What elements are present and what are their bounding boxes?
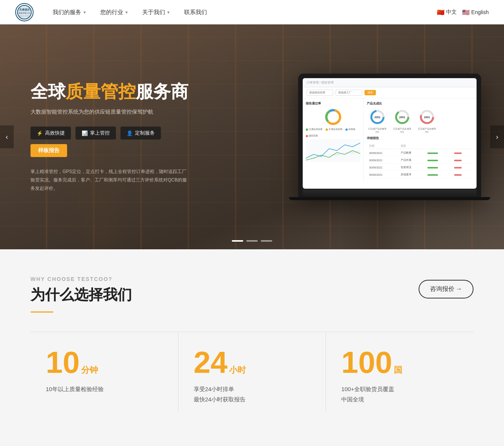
stat-item-24: 24 小时 享受24小时排单最快24小时获取报告 <box>178 332 326 412</box>
svg-text:模板有限公司: 模板有限公司 <box>19 12 30 14</box>
nav-links: 我们的服务 ▼ 您的行业 ▼ 关于我们 ▼ 联系我们 <box>53 7 437 18</box>
hero-subtitle: 大数据智能管控系统为您的供应链质量管控保驾护航 <box>30 107 191 116</box>
table-row: 30/09/2021 其他要求 <box>368 172 473 178</box>
wrench-icon: 👤 <box>127 130 133 136</box>
chevron-down-icon: ▼ <box>167 10 170 14</box>
carousel-dots <box>232 240 272 242</box>
stat-desc-100: 100+全职验货员覆盖中国全境 <box>341 384 458 404</box>
why-underline <box>30 311 53 313</box>
dashboard-laptop: 订单管理 / 报告管理 请选择供应商 请选择工厂 搜索 报告通过率 <box>298 74 481 200</box>
hero-description: 掌上精准管控，GPS定位，定点打卡，线上全程管控订单进程，随时追踪工厂验货实况。… <box>30 168 191 193</box>
product-compare-title: 产品兑成比 <box>367 101 474 106</box>
hero-features: ⚡ 高效快捷 📊 掌上管控 👤 定制服务 样板报告 <box>30 127 191 157</box>
dash-right-panel: 产品兑成比 2301 已完成产品合格率(%) <box>364 98 477 182</box>
stat-item-100: 100 国 100+全职验货员覆盖中国全境 <box>326 332 474 412</box>
line-chart <box>306 139 360 162</box>
laptop-screen: 订单管理 / 报告管理 请选择供应商 请选择工厂 搜索 报告通过率 <box>303 78 477 189</box>
donut-3: 2301 已完成产品合格率(%) <box>416 108 437 133</box>
stats-row: 10 分钟 10年以上质量检验经验 24 小时 享受24小时排单最快24小时获取… <box>30 332 474 412</box>
nav-item-industry[interactable]: 您的行业 ▼ <box>100 7 128 18</box>
pass-rate-title: 报告通过率 <box>306 101 360 106</box>
why-header: WHY CHOOSE TESTCOO? 为什么选择我们 咨询报价 → <box>30 276 474 313</box>
lang-zh-button[interactable]: 🇨🇳 中文 <box>437 9 457 16</box>
nav-item-contact[interactable]: 联系我们 <box>184 7 207 18</box>
chart-icon: 📊 <box>82 130 88 136</box>
stat-number-100: 100 国 <box>341 347 458 378</box>
feature-fast-button[interactable]: ⚡ 高效快捷 <box>30 127 71 140</box>
hero-content: 全球质量管控服务商 大数据智能管控系统为您的供应链质量管控保驾护航 ⚡ 高效快捷… <box>0 81 221 193</box>
legend-item-1: 已满足供应商 <box>306 128 323 131</box>
svg-text:2301: 2301 <box>424 116 430 119</box>
legend-item-2: 不满足供应商 <box>326 128 342 131</box>
laptop-bottom <box>289 197 490 200</box>
detail-report-title: 详细报告 <box>367 136 474 140</box>
donut-1: 2301 已完成产品合格率(%) <box>367 108 388 133</box>
stat-number-10: 10 分钟 <box>46 347 163 378</box>
table-row: 30/09/2021 产品数量 <box>368 150 473 156</box>
factory-select[interactable]: 请选择工厂 <box>335 90 362 96</box>
stat-desc-10: 10年以上质量检验经验 <box>46 384 163 394</box>
lang-switcher: 🇨🇳 中文 🇺🇸 English <box>437 9 489 16</box>
dash-filters: 请选择供应商 请选择工厂 搜索 <box>303 87 477 98</box>
nav-item-services[interactable]: 我们的服务 ▼ <box>53 7 87 18</box>
svg-text:2301: 2301 <box>399 116 405 119</box>
carousel-dot-3[interactable] <box>261 240 272 242</box>
stat-item-10: 10 分钟 10年以上质量检验经验 <box>30 332 178 412</box>
carousel-dot-1[interactable] <box>232 240 243 242</box>
chevron-down-icon: ▼ <box>83 10 87 14</box>
nav-item-about[interactable]: 关于我们 ▼ <box>142 7 170 18</box>
dash-body: 报告通过率 <box>303 98 477 182</box>
legend-item-3: 待审核 <box>345 128 355 131</box>
logo-icon: 天津演示 模板有限公司 Welcome to Tianjin <box>15 3 34 21</box>
logo[interactable]: 天津演示 模板有限公司 Welcome to Tianjin <box>15 3 34 21</box>
hero-title: 全球质量管控服务商 <box>30 81 191 102</box>
carousel-dot-2[interactable] <box>246 240 258 242</box>
hero-section: 全球质量管控服务商 大数据智能管控系统为您的供应链质量管控保驾护航 ⚡ 高效快捷… <box>0 24 504 249</box>
detail-table: 日期 类型 30/09/2021 产品数量 30/09/202 <box>367 143 474 179</box>
svg-text:2301: 2301 <box>374 116 380 119</box>
donut-row: 2301 已完成产品合格率(%) 2301 <box>367 108 474 133</box>
carousel-next-button[interactable]: › <box>490 125 504 148</box>
table-row: 30/09/2021 包装情况 <box>368 164 473 171</box>
carousel-prev-button[interactable]: ‹ <box>0 125 14 148</box>
stat-desc-24: 享受24小时排单最快24小时获取报告 <box>194 384 311 404</box>
legend-item-4: 驳回买家 <box>306 134 318 138</box>
feature-custom-button[interactable]: 👤 定制服务 <box>120 127 161 140</box>
cn-flag-icon: 🇨🇳 <box>437 9 445 16</box>
table-row: 30/09/2021 产品外观 <box>368 157 473 164</box>
lightning-icon: ⚡ <box>37 130 43 136</box>
feature-control-button[interactable]: 📊 掌上管控 <box>75 127 116 140</box>
why-section: WHY CHOOSE TESTCOO? 为什么选择我们 咨询报价 → 10 分钟… <box>0 249 504 435</box>
navbar: 天津演示 模板有限公司 Welcome to Tianjin 我们的服务 ▼ 您… <box>0 0 504 24</box>
chevron-down-icon: ▼ <box>125 10 128 14</box>
pass-rate-donut <box>324 108 342 126</box>
why-text-block: WHY CHOOSE TESTCOO? 为什么选择我们 <box>30 276 132 313</box>
stat-number-24: 24 小时 <box>194 347 311 378</box>
why-subtitle: WHY CHOOSE TESTCOO? <box>30 276 132 282</box>
why-title: 为什么选择我们 <box>30 285 132 305</box>
laptop-base <box>303 189 477 197</box>
donut-2: 2301 已完成产品生成率(%) <box>392 108 413 133</box>
svg-text:天津演示: 天津演示 <box>19 8 30 11</box>
dash-left-panel: 报告通过率 <box>303 98 364 182</box>
laptop-frame: 订单管理 / 报告管理 请选择供应商 请选择工厂 搜索 报告通过率 <box>298 74 481 197</box>
dashboard-ui: 订单管理 / 报告管理 请选择供应商 请选择工厂 搜索 报告通过率 <box>303 78 477 182</box>
consult-price-button[interactable]: 咨询报价 → <box>419 280 474 298</box>
lang-en-button[interactable]: 🇺🇸 English <box>462 9 489 16</box>
svg-text:Welcome to Tianjin: Welcome to Tianjin <box>18 15 31 17</box>
supplier-select[interactable]: 请选择供应商 <box>307 90 333 96</box>
search-button[interactable]: 搜索 <box>364 90 376 95</box>
chart-legend: 已满足供应商 不满足供应商 待审核 <box>306 128 360 138</box>
sample-report-button[interactable]: 样板报告 <box>30 144 67 157</box>
us-flag-icon: 🇺🇸 <box>462 9 470 16</box>
dash-breadcrumb: 订单管理 / 报告管理 <box>303 78 477 87</box>
